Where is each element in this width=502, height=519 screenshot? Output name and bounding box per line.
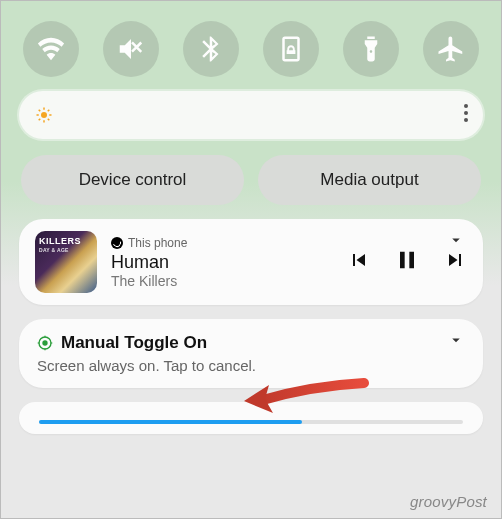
brightness-more-icon[interactable] bbox=[463, 103, 469, 127]
notification-body: Screen always on. Tap to cancel. bbox=[37, 357, 465, 374]
progress-card[interactable] bbox=[19, 402, 483, 434]
svg-line-5 bbox=[39, 110, 41, 112]
svg-point-13 bbox=[42, 340, 47, 345]
album-art: KILLERS DAY & AGE bbox=[35, 231, 97, 293]
notification-title: Manual Toggle On bbox=[61, 333, 207, 353]
svg-line-7 bbox=[39, 119, 41, 121]
media-player-card[interactable]: KILLERS DAY & AGE This phone Human The K… bbox=[19, 219, 483, 305]
mute-icon bbox=[116, 34, 146, 64]
chevron-down-icon bbox=[447, 231, 465, 249]
media-source-label: This phone bbox=[128, 236, 187, 250]
rotation-lock-toggle[interactable] bbox=[263, 21, 319, 77]
bluetooth-icon bbox=[196, 34, 226, 64]
media-output-label: Media output bbox=[320, 170, 418, 190]
pause-icon bbox=[393, 246, 421, 274]
bluetooth-toggle[interactable] bbox=[183, 21, 239, 77]
brightness-icon bbox=[35, 106, 53, 124]
svg-line-8 bbox=[48, 110, 50, 112]
mute-toggle[interactable] bbox=[103, 21, 159, 77]
skip-previous-icon bbox=[347, 248, 371, 272]
wifi-icon bbox=[36, 34, 66, 64]
watermark: groovyPost bbox=[410, 493, 487, 510]
notification-card[interactable]: Manual Toggle On Screen always on. Tap t… bbox=[19, 319, 483, 388]
album-art-subtext: DAY & AGE bbox=[39, 247, 69, 253]
media-info: This phone Human The Killers bbox=[111, 236, 333, 289]
pause-button[interactable] bbox=[393, 246, 421, 278]
device-control-label: Device control bbox=[79, 170, 187, 190]
svg-point-11 bbox=[464, 118, 468, 122]
wifi-toggle[interactable] bbox=[23, 21, 79, 77]
brightness-slider[interactable] bbox=[19, 91, 483, 139]
quick-settings-row bbox=[15, 15, 487, 91]
chevron-down-icon bbox=[447, 331, 465, 349]
svg-point-10 bbox=[464, 111, 468, 115]
svg-point-0 bbox=[41, 112, 47, 118]
rotation-lock-icon bbox=[276, 34, 306, 64]
previous-button[interactable] bbox=[347, 248, 371, 276]
progress-bar bbox=[39, 420, 463, 424]
spotify-icon bbox=[111, 237, 123, 249]
control-buttons-row: Device control Media output bbox=[15, 155, 487, 219]
progress-fill bbox=[39, 420, 302, 424]
svg-point-9 bbox=[464, 104, 468, 108]
svg-line-6 bbox=[48, 119, 50, 121]
device-control-button[interactable]: Device control bbox=[21, 155, 244, 205]
album-art-text: KILLERS bbox=[39, 237, 81, 246]
track-artist: The Killers bbox=[111, 273, 333, 289]
notification-app-icon bbox=[37, 335, 53, 351]
airplane-toggle[interactable] bbox=[423, 21, 479, 77]
flashlight-toggle[interactable] bbox=[343, 21, 399, 77]
track-title: Human bbox=[111, 252, 333, 273]
media-output-button[interactable]: Media output bbox=[258, 155, 481, 205]
media-expand-button[interactable] bbox=[447, 231, 465, 253]
flashlight-icon bbox=[356, 34, 386, 64]
airplane-icon bbox=[436, 34, 466, 64]
notification-expand-button[interactable] bbox=[447, 331, 465, 353]
